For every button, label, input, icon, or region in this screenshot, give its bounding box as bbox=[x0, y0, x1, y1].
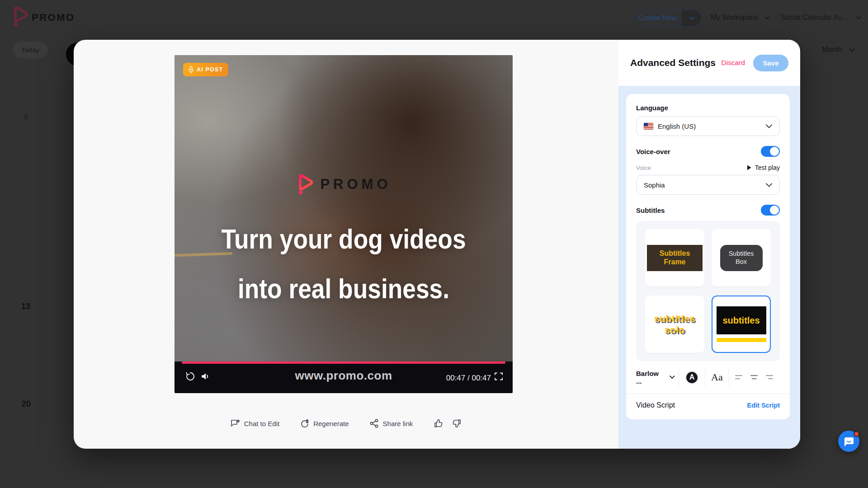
subtitles-label: Subtitles bbox=[636, 206, 665, 214]
chat-to-edit-button[interactable]: Chat to Edit bbox=[231, 419, 279, 428]
toggle-knob bbox=[770, 147, 779, 156]
subtitle-box-preview: Subtitles Box bbox=[720, 245, 763, 271]
video-script-row: Video Script Edit Script bbox=[636, 401, 780, 409]
voice-select[interactable]: Sophia bbox=[636, 175, 780, 195]
discard-button[interactable]: Discard bbox=[721, 59, 745, 67]
divider bbox=[679, 368, 679, 386]
fullscreen-icon[interactable] bbox=[495, 372, 503, 380]
edit-script-link[interactable]: Edit Script bbox=[747, 402, 780, 409]
video-player[interactable]: AI POST PROMO Turn your dog videos into … bbox=[175, 55, 513, 393]
microphone-icon bbox=[189, 66, 193, 73]
font-family-select[interactable]: Barlow ... bbox=[636, 370, 675, 385]
share-link-button[interactable]: Share link bbox=[370, 419, 413, 428]
subtitle-solo-preview: subtitles solo bbox=[654, 313, 695, 335]
chevron-down-icon bbox=[766, 183, 772, 187]
regenerate-button[interactable]: Regenerate bbox=[300, 419, 349, 428]
divider bbox=[705, 368, 705, 386]
subtitle-underline-preview: subtitles bbox=[717, 306, 766, 334]
workspace-dropdown[interactable]: My Workspace bbox=[711, 14, 770, 22]
voice-label: Voice bbox=[636, 164, 651, 171]
notification-dot bbox=[854, 431, 859, 437]
language-select[interactable]: English (US) bbox=[636, 116, 780, 136]
advanced-settings-panel: Advanced Settings Discard Save Language … bbox=[618, 40, 800, 449]
language-value: English (US) bbox=[658, 122, 761, 130]
chevron-down-icon bbox=[766, 124, 772, 128]
chat-edit-icon bbox=[231, 419, 240, 428]
headline-line-2: into real business. bbox=[205, 264, 482, 314]
us-flag-icon bbox=[644, 123, 653, 130]
style-label: subtitles bbox=[654, 313, 695, 324]
font-size-glyph: Aa bbox=[711, 371, 723, 383]
headline-line-1: Turn your dog videos bbox=[205, 214, 482, 264]
save-button[interactable]: Save bbox=[753, 55, 788, 71]
promo-watermark-icon bbox=[296, 174, 314, 195]
video-headline: Turn your dog videos into real business. bbox=[205, 214, 482, 314]
font-name-value: Barlow ... bbox=[636, 370, 665, 385]
font-color-button[interactable]: A bbox=[685, 371, 699, 385]
subtitle-style-grid: Subtitles Frame Subtitles Box subtitles bbox=[636, 221, 780, 361]
regenerate-label: Regenerate bbox=[313, 420, 349, 427]
subtitle-font-toolbar: Barlow ... A Aa bbox=[636, 367, 780, 387]
subtitle-style-underline-selected[interactable]: subtitles bbox=[712, 296, 771, 353]
align-right-button[interactable] bbox=[764, 374, 773, 381]
ai-post-badge: AI POST bbox=[183, 63, 228, 76]
month-dropdown[interactable]: Month bbox=[822, 46, 855, 54]
chevron-down-icon bbox=[849, 48, 855, 52]
calendar-day-13: 13 bbox=[21, 302, 30, 311]
font-size-button[interactable]: Aa bbox=[711, 371, 723, 383]
settings-card: Language English (US) Voice-over Voice bbox=[626, 94, 790, 419]
chevron-down-icon bbox=[765, 16, 770, 19]
style-label: Subtitles bbox=[729, 250, 754, 258]
promo-watermark-text: PROMO bbox=[320, 176, 391, 192]
project-dropdown[interactable]: Social Calendar Au… bbox=[781, 14, 861, 22]
font-color-glyph: A bbox=[689, 373, 695, 381]
test-play-button[interactable]: Test play bbox=[747, 164, 780, 171]
subtitles-toggle[interactable] bbox=[761, 205, 780, 216]
align-center-button[interactable] bbox=[750, 374, 759, 381]
month-label: Month bbox=[822, 46, 842, 54]
share-icon bbox=[370, 419, 379, 428]
video-time: 00:47 / 00:47 bbox=[446, 374, 491, 383]
subtitle-frame-preview: Subtitles Frame bbox=[647, 245, 703, 271]
divider bbox=[626, 394, 790, 394]
video-action-row: Chat to Edit Regenerate Share link bbox=[74, 418, 618, 428]
video-preview-modal: AI POST PROMO Turn your dog videos into … bbox=[74, 40, 800, 449]
style-label: subtitles bbox=[722, 315, 760, 326]
language-label: Language bbox=[636, 104, 780, 112]
calendar-day-6: 6 bbox=[24, 113, 28, 121]
style-label: Box bbox=[736, 258, 747, 266]
promo-watermark: PROMO bbox=[175, 174, 513, 195]
divider bbox=[729, 368, 729, 386]
create-new-chevron[interactable] bbox=[681, 10, 701, 26]
chat-to-edit-label: Chat to Edit bbox=[244, 420, 279, 427]
calendar-day-20: 20 bbox=[22, 399, 31, 409]
logo-wordmark: PROMO bbox=[32, 12, 75, 23]
thumbs-down-icon[interactable] bbox=[452, 418, 462, 428]
ai-post-label: AI POST bbox=[197, 66, 223, 73]
promo-logo-icon bbox=[11, 6, 29, 27]
panel-header: Advanced Settings Discard Save bbox=[618, 40, 800, 86]
thumbs-up-icon[interactable] bbox=[434, 418, 443, 428]
play-icon bbox=[747, 165, 751, 170]
align-left-button[interactable] bbox=[735, 374, 744, 381]
create-new-label: Create New bbox=[633, 14, 681, 22]
create-new-button[interactable]: Create New bbox=[633, 9, 702, 27]
video-thumbnail-dog: AI POST PROMO Turn your dog videos into … bbox=[175, 55, 513, 361]
subtitle-style-frame[interactable]: Subtitles Frame bbox=[645, 229, 704, 286]
style-label: solo bbox=[654, 324, 695, 335]
toggle-knob bbox=[770, 206, 779, 215]
today-label: Today bbox=[21, 46, 39, 54]
voiceover-toggle[interactable] bbox=[761, 146, 780, 157]
share-link-label: Share link bbox=[383, 420, 413, 427]
voice-value: Sophia bbox=[644, 181, 761, 189]
chevron-down-icon bbox=[856, 16, 861, 19]
subtitle-style-solo[interactable]: subtitles solo bbox=[645, 296, 704, 353]
panel-title: Advanced Settings bbox=[630, 57, 721, 68]
style-label: Subtitles bbox=[660, 249, 690, 258]
video-script-label: Video Script bbox=[636, 401, 675, 409]
today-button[interactable]: Today bbox=[13, 42, 48, 58]
voiceover-label: Voice-over bbox=[636, 148, 670, 155]
chat-bubble-icon bbox=[843, 436, 854, 447]
progress-bar[interactable] bbox=[182, 361, 505, 364]
subtitle-style-box[interactable]: Subtitles Box bbox=[712, 229, 771, 286]
